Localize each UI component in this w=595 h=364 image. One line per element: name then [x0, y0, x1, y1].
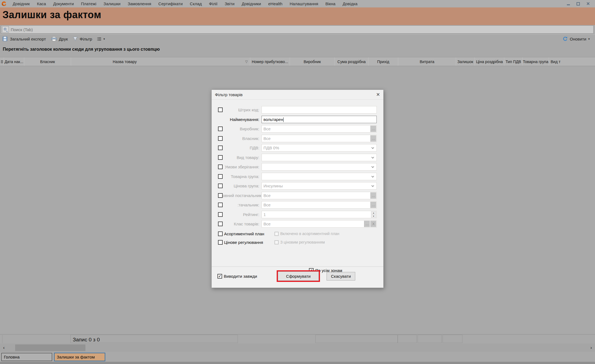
filter-row-product-kind: Вид товару: — [218, 154, 377, 161]
main-supplier-field[interactable]: Все … — [262, 192, 377, 199]
scroll-right-button[interactable]: › — [588, 344, 594, 352]
column-header-retail-price[interactable]: Ціна роздрібна — [475, 57, 504, 66]
menu-item-ehealth[interactable]: eHealth — [265, 0, 286, 7]
dialog-close-button[interactable]: ✕ — [376, 92, 380, 98]
menu-item-vikna[interactable]: Вікна — [322, 0, 339, 7]
supplier-checkbox[interactable] — [218, 203, 223, 207]
spin-down-icon[interactable]: ▼ — [371, 215, 376, 218]
generate-button[interactable]: Сформувати — [278, 271, 319, 281]
menu-item-platezhi[interactable]: Платежі — [77, 0, 100, 7]
main-supplier-checkbox[interactable] — [218, 193, 223, 198]
menu-item-filii[interactable]: Філії — [205, 0, 221, 7]
menu-item-dovidnyky[interactable]: Довідники — [238, 0, 265, 7]
price-regulation-checkbox[interactable] — [218, 240, 223, 245]
menu-item-nalashtuvannia[interactable]: Налаштування — [286, 0, 322, 7]
search-input[interactable] — [9, 26, 593, 33]
rating-checkbox[interactable] — [218, 212, 223, 217]
storage-checkbox[interactable] — [218, 165, 223, 169]
product-class-field[interactable]: Все … X — [262, 220, 377, 228]
ellipsis-button[interactable]: … — [370, 135, 376, 142]
ellipsis-button[interactable]: … — [370, 202, 376, 208]
product-group-combobox[interactable] — [262, 173, 377, 180]
close-button[interactable]: ✕ — [585, 1, 591, 7]
included-in-plan-checkbox[interactable] — [274, 232, 279, 236]
scroll-left-button[interactable]: ‹ — [1, 344, 7, 352]
tab-stock-by-fact[interactable]: Залишки за фактом — [54, 353, 105, 361]
export-icon — [2, 36, 8, 41]
product-kind-checkbox[interactable] — [218, 155, 223, 160]
ellipsis-button[interactable]: … — [370, 126, 376, 132]
menu-item-sklad[interactable]: Склад — [186, 0, 205, 7]
print-button[interactable]: Друк — [49, 36, 70, 42]
column-header-product-kind[interactable]: Вид т — [549, 57, 595, 66]
menu-item-dovidnyk[interactable]: Довідник — [9, 0, 33, 7]
barcode-field[interactable] — [262, 106, 377, 114]
view-options-button[interactable]: ▾ — [95, 36, 107, 42]
column-header-date[interactable]: Дата нак... — [4, 57, 24, 66]
print-label: Друк — [59, 37, 68, 41]
product-group-checkbox[interactable] — [218, 174, 223, 179]
export-button[interactable]: Загальний експорт — [0, 36, 49, 42]
column-header-owner[interactable]: Власник — [24, 57, 71, 66]
column-header-retail-sum[interactable]: Сума роздрібна — [335, 57, 368, 66]
column-header-product-group[interactable]: Товарна група — [523, 57, 549, 66]
minimize-button[interactable] — [565, 1, 571, 7]
menu-item-dokumenty[interactable]: Документи — [50, 0, 77, 7]
ellipsis-button[interactable]: … — [364, 221, 370, 227]
menu-item-zalyshky[interactable]: Залишки — [100, 0, 124, 7]
price-group-combobox[interactable]: Инсулины — [262, 182, 377, 190]
always-show-checkbox[interactable]: ✓ — [217, 274, 222, 279]
column-header-manufacturer[interactable]: Виробник — [290, 57, 335, 66]
barcode-checkbox[interactable] — [218, 107, 223, 112]
ellipsis-button[interactable]: … — [370, 192, 376, 199]
manufacturer-checkbox[interactable] — [218, 126, 223, 131]
chevron-down-icon[interactable] — [371, 146, 374, 149]
restore-button[interactable] — [575, 1, 581, 7]
menu-item-zvity[interactable]: Звіти — [221, 0, 238, 7]
menu-item-sertyfikaty[interactable]: Сертифікати — [155, 0, 186, 7]
storage-combobox[interactable] — [262, 163, 377, 171]
column-filter-icon[interactable]: ▽ — [245, 60, 248, 64]
column-header-product-name[interactable]: Назва товару ▽ — [71, 57, 250, 66]
assortment-plan-checkbox[interactable] — [218, 231, 223, 236]
product-class-checkbox[interactable] — [218, 222, 223, 226]
name-value: вольтарен — [262, 116, 283, 123]
rating-spinner-field[interactable]: 1 ▲ ▼ — [262, 211, 377, 218]
scrollbar-thumb[interactable] — [15, 344, 85, 351]
refresh-button[interactable]: Оновити ▾ — [560, 36, 592, 42]
group-by-area[interactable]: Перетягніть заголовок колонки сюди для у… — [0, 43, 595, 57]
with-price-regulation-checkbox[interactable] — [274, 240, 279, 244]
column-header-vat-type[interactable]: Тип ПДВ — [504, 57, 523, 66]
vat-checkbox[interactable] — [218, 145, 223, 150]
filter-button[interactable]: Фільтр — [70, 36, 95, 42]
column-header-remainder[interactable]: Залишок — [456, 57, 475, 66]
chevron-down-icon[interactable] — [371, 175, 374, 177]
chevron-down-icon[interactable] — [371, 184, 374, 187]
horizontal-scrollbar[interactable]: ‹ › — [0, 344, 595, 352]
dialog-title-bar[interactable]: Фільтр товарів ✕ — [212, 90, 383, 100]
spin-up-icon[interactable]: ▲ — [371, 211, 376, 214]
menu-item-dovidka[interactable]: Довідка — [339, 0, 361, 7]
rating-spinner[interactable]: ▲ ▼ — [371, 211, 376, 218]
main-menu: Довідник Каса Документи Платежі Залишки … — [9, 0, 361, 7]
clear-button[interactable]: X — [370, 221, 376, 227]
tab-home[interactable]: Головна — [1, 353, 52, 361]
menu-item-kasa[interactable]: Каса — [33, 0, 50, 7]
price-group-checkbox[interactable] — [218, 184, 223, 188]
search-button[interactable] — [2, 26, 9, 33]
owner-field[interactable]: Все … — [262, 135, 377, 142]
column-header-income[interactable]: Прихід — [368, 57, 398, 66]
chevron-down-icon[interactable] — [371, 165, 374, 168]
vat-combobox[interactable]: ПДВ 0% — [262, 144, 377, 152]
product-kind-combobox[interactable] — [262, 154, 377, 161]
supplier-field[interactable]: Все … — [262, 201, 377, 209]
column-header-invoice-number[interactable]: Номер прибутково... — [250, 57, 290, 66]
manufacturer-field[interactable]: Все … — [262, 125, 377, 133]
vat-label: ПДВ: — [223, 145, 262, 150]
column-header-expense[interactable]: Витрата — [398, 57, 456, 66]
name-field[interactable]: вольтарен — [262, 116, 377, 123]
owner-checkbox[interactable] — [218, 136, 223, 141]
menu-item-zamovlennia[interactable]: Замовлення — [124, 0, 155, 7]
cancel-button[interactable]: Скасувати — [327, 272, 355, 281]
chevron-down-icon[interactable] — [371, 156, 374, 158]
